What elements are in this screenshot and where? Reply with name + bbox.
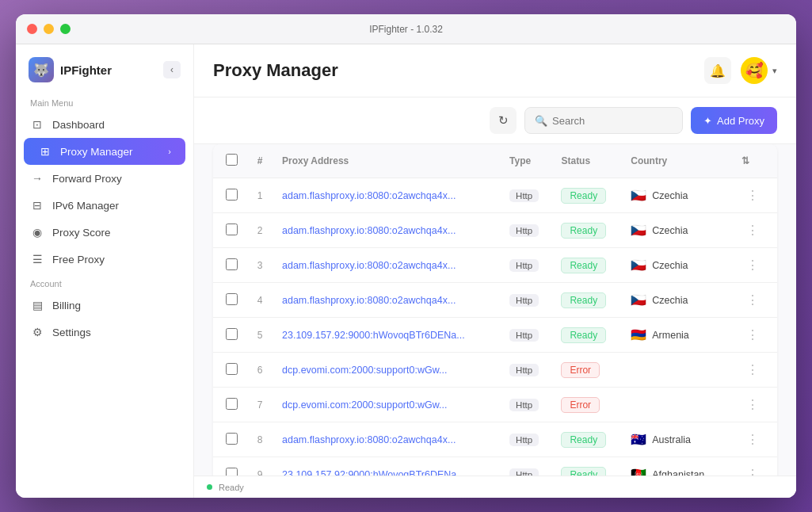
sidebar-item-label: Billing	[52, 300, 179, 311]
collapse-button[interactable]: ‹	[163, 61, 181, 78]
add-icon: ✦	[703, 115, 712, 127]
row-more: ⋮	[734, 388, 777, 422]
row-num: 6	[246, 353, 274, 388]
search-input[interactable]	[552, 115, 663, 127]
more-options-button[interactable]: ⋮	[741, 465, 764, 476]
proxy-address: adam.flashproxy.io:8080:o2awchqa4x...	[282, 295, 456, 306]
row-country	[623, 388, 734, 422]
more-options-button[interactable]: ⋮	[741, 291, 764, 309]
proxy-address: dcp.evomi.com:2000:support0:wGw...	[282, 365, 447, 376]
row-type: Http	[501, 213, 553, 248]
refresh-button[interactable]: ↻	[490, 107, 517, 134]
table-row: 6 dcp.evomi.com:2000:support0:wGw... Htt…	[213, 353, 777, 388]
sidebar-item-label: Proxy Score	[52, 227, 179, 239]
add-proxy-button[interactable]: ✦ Add Proxy	[691, 107, 777, 134]
status-badge: Ready	[561, 467, 606, 476]
avatar: 🥰	[741, 57, 768, 84]
row-checkbox[interactable]	[226, 433, 238, 445]
type-badge: Http	[509, 189, 539, 202]
country-name: Czechia	[652, 260, 688, 271]
select-all-checkbox[interactable]	[226, 154, 238, 166]
header-actions: 🔔 🥰 ▾	[704, 57, 777, 84]
maximize-button[interactable]	[60, 24, 71, 34]
row-checkbox[interactable]	[226, 398, 238, 410]
country-name: Armenia	[652, 330, 689, 341]
chevron-down-icon: ▾	[772, 66, 777, 76]
more-options-button[interactable]: ⋮	[741, 326, 764, 344]
row-checkbox-cell	[213, 318, 246, 353]
row-num: 3	[246, 248, 274, 283]
row-checkbox[interactable]	[226, 468, 238, 476]
more-options-button[interactable]: ⋮	[741, 221, 764, 239]
col-actions: ⇅	[734, 144, 777, 178]
sidebar-item-forward-proxy[interactable]: → Forward Proxy	[16, 165, 193, 192]
row-country: 🇨🇿Czechia	[623, 178, 734, 213]
sidebar: 🐺 IPFighter ‹ Main Menu ⊡ Dashboard ⊞ Pr…	[16, 44, 194, 498]
proxy-address: adam.flashproxy.io:8080:o2awchqa4x...	[282, 190, 456, 201]
sidebar-item-proxy-manager[interactable]: ⊞ Proxy Manager ›	[24, 138, 185, 165]
sidebar-item-dashboard[interactable]: ⊡ Dashboard	[16, 111, 193, 138]
close-button[interactable]	[27, 24, 37, 34]
ipv6-icon: ⊟	[30, 199, 44, 212]
row-checkbox[interactable]	[226, 189, 238, 201]
more-options-button[interactable]: ⋮	[741, 256, 764, 274]
avatar-area[interactable]: 🥰 ▾	[741, 57, 777, 84]
row-checkbox[interactable]	[226, 328, 238, 340]
logo-text: IPFighter	[60, 63, 112, 77]
row-type: Http	[501, 388, 553, 422]
main-menu-label: Main Menu	[16, 92, 193, 111]
row-address: adam.flashproxy.io:8080:o2awchqa4x...	[274, 213, 501, 248]
table-row: 2 adam.flashproxy.io:8080:o2awchqa4x... …	[213, 213, 777, 248]
row-country: 🇨🇿Czechia	[623, 283, 734, 318]
settings-icon: ⚙	[30, 326, 44, 338]
type-badge: Http	[509, 364, 539, 376]
app-window: IPFighter - 1.0.32 🐺 IPFighter ‹ Main Me…	[16, 14, 796, 498]
collapse-icon: ‹	[170, 64, 173, 75]
row-country: 🇨🇿Czechia	[623, 248, 734, 283]
col-country: Country	[623, 144, 734, 178]
sidebar-item-billing[interactable]: ▤ Billing	[16, 292, 193, 319]
row-checkbox-cell	[213, 248, 246, 283]
status-badge: Ready	[561, 327, 606, 343]
table-container: # Proxy Address Type Status Country ⇅ 1 …	[194, 144, 796, 476]
row-status: Ready	[553, 422, 623, 457]
flag-icon: 🇨🇿	[631, 292, 646, 308]
free-proxy-icon: ☰	[30, 253, 44, 266]
row-checkbox[interactable]	[226, 293, 238, 305]
more-options-button[interactable]: ⋮	[741, 186, 764, 204]
sidebar-header: 🐺 IPFighter ‹	[16, 57, 193, 92]
proxy-manager-icon: ⊞	[38, 145, 52, 158]
minimize-button[interactable]	[44, 24, 54, 34]
proxy-table: # Proxy Address Type Status Country ⇅ 1 …	[213, 144, 777, 476]
more-options-button[interactable]: ⋮	[741, 430, 764, 449]
row-status: Error	[553, 353, 623, 388]
status-badge: Ready	[561, 188, 606, 204]
type-badge: Http	[509, 294, 539, 307]
row-address: dcp.evomi.com:2000:support0:wGw...	[274, 353, 501, 388]
type-badge: Http	[509, 399, 539, 411]
billing-icon: ▤	[30, 299, 44, 311]
window-title: IPFighter - 1.0.32	[369, 24, 443, 35]
more-options-button[interactable]: ⋮	[741, 361, 764, 379]
sidebar-item-label: IPv6 Manager	[52, 200, 179, 212]
row-checkbox[interactable]	[226, 224, 238, 235]
row-checkbox[interactable]	[226, 363, 238, 375]
country-cell: 🇦🇲Armenia	[631, 327, 726, 342]
more-options-button[interactable]: ⋮	[741, 395, 764, 414]
row-status: Ready	[553, 457, 623, 476]
sidebar-item-free-proxy[interactable]: ☰ Free Proxy	[16, 246, 193, 273]
sidebar-item-label: Proxy Manager	[60, 146, 160, 158]
notification-button[interactable]: 🔔	[704, 57, 731, 84]
window-controls	[27, 24, 71, 34]
row-country	[623, 353, 734, 388]
row-checkbox[interactable]	[226, 258, 238, 270]
country-name: Australia	[652, 434, 691, 445]
country-cell: 🇨🇿Czechia	[631, 292, 726, 308]
sidebar-item-settings[interactable]: ⚙ Settings	[16, 319, 193, 346]
row-num: 8	[246, 422, 274, 457]
row-type: Http	[501, 457, 553, 476]
table-row: 8 adam.flashproxy.io:8080:o2awchqa4x... …	[213, 422, 777, 457]
row-type: Http	[501, 318, 553, 353]
sidebar-item-proxy-score[interactable]: ◉ Proxy Score	[16, 219, 193, 246]
sidebar-item-ipv6-manager[interactable]: ⊟ IPv6 Manager	[16, 192, 193, 219]
